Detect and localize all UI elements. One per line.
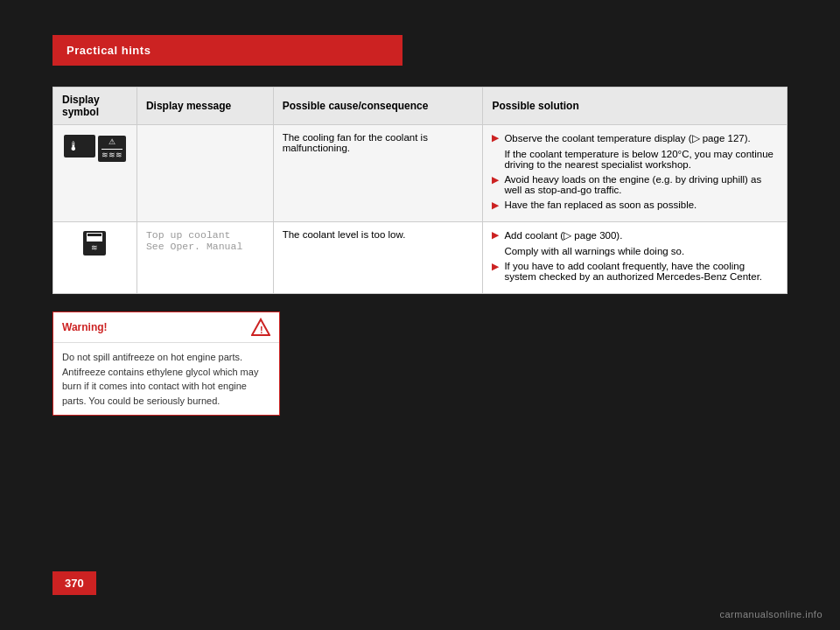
header-title: Practical hints [66,44,150,57]
solution-item: ▶ Add coolant (▷ page 300). [492,229,778,242]
fan-malfunction-icon: 🌡 [64,135,95,158]
symbol-cell-fan: 🌡 ⚠ ≋≋≋ [53,125,137,222]
solution-text: Have the fan replaced as soon as possibl… [504,200,778,210]
message-cell-row2: Top up coolant See Oper. Manual [136,222,273,294]
col-solution: Possible solution [483,88,788,125]
message-cell-row1 [136,125,273,222]
page-number: 370 [52,571,96,595]
solution-item: ▶ Observe the coolant temperature displa… [492,132,778,144]
col-cause: Possible cause/consequence [273,88,483,125]
solution-text: Add coolant (▷ page 300). [504,229,778,242]
svg-text:!: ! [260,325,263,335]
solution-text: Observe the coolant temperature display … [504,132,778,144]
table-row: ≋ Top up coolant See Oper. Manual The co… [53,222,788,294]
content-area: Practical hints Display symbol Display m… [52,35,822,416]
solution-text: If you have to add coolant frequently, h… [504,261,778,282]
header-bar: Practical hints [52,35,402,66]
solution-cell-row2: ▶ Add coolant (▷ page 300). Comply with … [483,222,788,294]
arrow-icon: ▶ [492,175,499,185]
cause-text-row2: The coolant level is too low. [283,229,406,240]
warning-title: Warning! [62,321,108,333]
symbol-cell-coolant: ≋ [53,222,137,294]
main-table: Display symbol Display message Possible … [52,87,788,294]
arrow-icon: ▶ [492,230,499,240]
warning-body: Do not spill antifreeze on hot engine pa… [53,343,279,415]
solution-cell-row1: ▶ Observe the coolant temperature displa… [483,125,788,222]
cause-cell-row2: The coolant level is too low. [273,222,483,294]
solution-item: ▶ If you have to add coolant frequently,… [492,261,778,282]
solution-item: ▶ Avoid heavy loads on the engine (e.g. … [492,174,778,195]
arrow-icon: ▶ [492,133,499,143]
table-row: 🌡 ⚠ ≋≋≋ The cooling fan for the coolant … [53,125,788,222]
watermark: carmanualsonline.info [719,609,822,620]
solution-text: Avoid heavy loads on the engine (e.g. by… [504,174,778,195]
table-header-row: Display symbol Display message Possible … [53,88,788,125]
warning-triangle-icon: ! [251,318,270,337]
warning-box: Warning! ! Do not spill antifreeze on ho… [52,312,280,416]
svg-text:🌡: 🌡 [67,139,80,153]
cause-cell-row1: The cooling fan for the coolant is malfu… [273,125,483,222]
warning-header: Warning! ! [53,312,279,343]
solution-plain: Comply with all warnings while doing so. [504,246,778,256]
solution-plain: If the coolant temperature is below 120°… [504,149,778,170]
col-message: Display message [136,88,273,125]
cause-text-row1: The cooling fan for the coolant is malfu… [283,132,428,153]
arrow-icon: ▶ [492,200,499,210]
solution-item: ▶ Have the fan replaced as soon as possi… [492,200,778,210]
arrow-icon: ▶ [492,262,499,271]
col-symbol: Display symbol [53,88,137,125]
